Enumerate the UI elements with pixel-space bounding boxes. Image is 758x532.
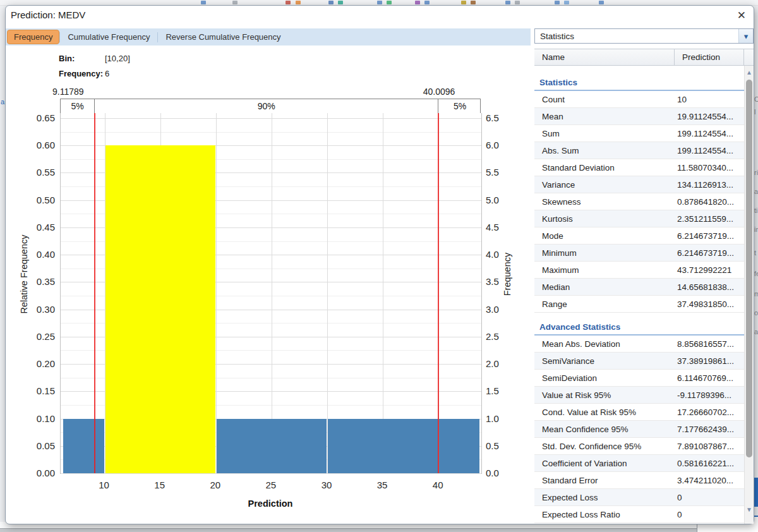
x-axis-tick: 15 xyxy=(146,480,174,490)
scroll-up-icon[interactable]: ▲ xyxy=(745,68,754,77)
x-axis-tick: 10 xyxy=(90,480,118,490)
stat-value: 7.891087867... xyxy=(670,438,737,454)
stat-value: 10 xyxy=(670,91,737,107)
stat-row: Standard Deviation11.58070340... xyxy=(534,159,744,176)
stat-name: Range xyxy=(534,296,670,312)
stat-name: Value at Risk 95% xyxy=(534,387,670,403)
stat-name: Kurtosis xyxy=(534,210,670,227)
background-icon-fragment xyxy=(505,1,510,4)
stat-row: SemiDeviation6.114670769... xyxy=(534,370,744,387)
stat-value: 17.26660702... xyxy=(670,404,737,420)
section-header-label: Advanced Statistics xyxy=(539,322,620,332)
background-icon-fragment xyxy=(296,1,301,4)
scrollbar-thumb[interactable] xyxy=(746,80,752,457)
background-icon-fragment xyxy=(328,1,334,4)
bin-label: Bin: xyxy=(59,54,75,63)
y-axis-tick-left: 0.55 xyxy=(27,167,55,178)
stats-table-body: StatisticsCount10Mean19.91124554...Sum19… xyxy=(534,66,744,524)
stat-value: 6.214673719... xyxy=(670,227,737,244)
stat-value: 199.1124554... xyxy=(670,125,737,142)
stat-row: Expected Loss Ratio0 xyxy=(534,506,744,523)
background-text-fragment: ti xyxy=(754,207,758,214)
chevron-down-icon[interactable]: ▾ xyxy=(738,29,753,43)
close-icon[interactable]: ✕ xyxy=(737,9,746,22)
background-text-fragment: a xyxy=(754,329,758,336)
percentile-marker-line[interactable] xyxy=(94,113,95,473)
background-icon-fragment xyxy=(415,1,420,4)
stat-row: Abs. Sum199.1124554... xyxy=(534,142,744,159)
background-text-fragment: l xyxy=(754,109,755,116)
stat-name: Expected Loss Ratio xyxy=(534,506,670,523)
x-axis-tick: 25 xyxy=(257,480,285,490)
histogram-bar[interactable] xyxy=(217,419,327,473)
stat-name: Sum xyxy=(534,125,670,142)
background-icon-fragment xyxy=(338,1,343,4)
background-text-fragment: C xyxy=(754,96,758,103)
column-header-name: Name xyxy=(534,49,675,65)
y-axis-tick-right: 3.5 xyxy=(486,276,514,287)
stat-row: Cond. Value at Risk 95%17.26660702... xyxy=(534,404,744,421)
stat-row: Mean Confidence 95%7.177662439... xyxy=(534,421,744,438)
stat-value: 0 xyxy=(670,506,737,523)
section-header-label: Statistics xyxy=(539,78,577,87)
stat-row: Std. Dev. Confidence 95%7.891087867... xyxy=(534,438,744,455)
background-text-fragment: in xyxy=(754,226,758,233)
histogram-bar[interactable] xyxy=(439,419,479,473)
y-axis-tick-right: 1.0 xyxy=(486,413,514,424)
stat-name: Abs. Sum xyxy=(534,142,670,159)
stat-row: Standard Error3.474211020... xyxy=(534,472,744,489)
stats-scrollbar[interactable]: ▲ ▼ xyxy=(744,66,754,524)
percentile-marker-line[interactable] xyxy=(438,113,439,473)
stat-name: SemiDeviation xyxy=(534,370,670,386)
y-axis-tick-right: 4.5 xyxy=(486,222,514,233)
stat-row: Maximum43.712992221 xyxy=(534,262,744,279)
tab-reverse-cumulative-frequency[interactable]: Reverse Cumulative Frequency xyxy=(158,30,288,44)
band-segment: 90% xyxy=(95,99,438,113)
background-icon-fragment xyxy=(564,1,569,4)
x-axis-title: Prediction xyxy=(232,499,308,509)
background-icon-fragment xyxy=(232,1,238,4)
y-axis-tick-right: 2.5 xyxy=(486,331,514,342)
background-icon-fragment xyxy=(461,1,466,4)
stat-name: Maximum xyxy=(534,262,670,278)
stat-name: Mode xyxy=(534,227,670,244)
background-text-fragment: t xyxy=(754,250,756,257)
histogram-bar[interactable] xyxy=(328,419,438,473)
column-header-prediction: Prediction xyxy=(675,49,744,65)
x-axis-tick: 40 xyxy=(424,480,452,490)
tab-frequency[interactable]: Frequency xyxy=(7,30,59,44)
stat-value: 6.214673719... xyxy=(670,245,737,261)
background-icon-fragment xyxy=(515,1,520,4)
gridline-horizontal xyxy=(61,473,481,474)
section-header: Advanced Statistics xyxy=(534,313,744,336)
bin-value: [10,20] xyxy=(105,54,130,63)
stat-name: Variance xyxy=(534,176,670,193)
y-axis-tick-right: 0.5 xyxy=(486,440,514,451)
percentile-right-value: 40.0096 xyxy=(414,87,464,97)
stat-row: Minimum6.214673719... xyxy=(534,245,744,262)
stat-value: 19.91124554... xyxy=(670,108,737,124)
x-axis-tick: 30 xyxy=(313,480,340,490)
dialog-title: Prediction: MEDV xyxy=(11,9,85,20)
statistics-dropdown[interactable]: Statistics ▾ xyxy=(534,28,754,44)
y-axis-tick-right: 2.0 xyxy=(486,358,514,369)
tab-cumulative-frequency[interactable]: Cumulative Frequency xyxy=(60,30,157,44)
stat-value: 11.58070340... xyxy=(670,159,737,176)
scroll-down-icon[interactable]: ▼ xyxy=(745,505,754,514)
y-axis-tick-left: 0.15 xyxy=(27,385,55,396)
y-axis-tick-left: 0.40 xyxy=(27,249,55,260)
stat-row: Median14.65681838... xyxy=(534,279,744,296)
stat-value: -9.11789396... xyxy=(670,387,737,403)
histogram-bar[interactable] xyxy=(63,419,104,473)
background-icon-fragment xyxy=(555,1,560,4)
background-icon-fragment xyxy=(201,1,206,4)
stat-name: Standard Error xyxy=(534,472,670,488)
frequency-value: 6 xyxy=(105,69,109,78)
y-axis-tick-left: 0.50 xyxy=(27,195,55,205)
background-icon-fragment xyxy=(377,1,382,4)
stats-table-header: Name Prediction xyxy=(534,49,754,66)
histogram-bar-selected[interactable] xyxy=(105,145,216,473)
stat-name: Mean xyxy=(534,108,670,124)
background-text-fragment: a xyxy=(1,99,4,106)
y-axis-tick-right: 6.5 xyxy=(486,112,514,123)
